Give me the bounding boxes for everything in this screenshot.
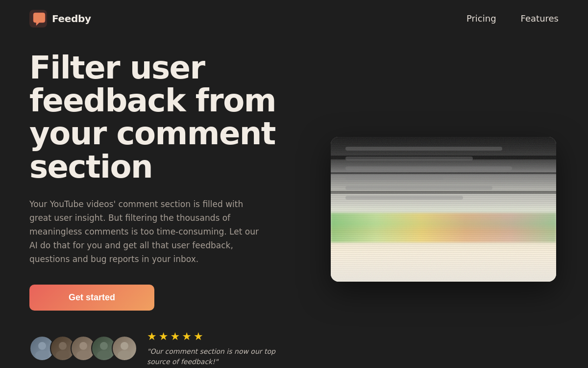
hero-title: Filter user feedback from your comment s… — [29, 52, 299, 184]
logo-text: Feedby — [52, 13, 91, 25]
svg-rect-12 — [345, 157, 473, 160]
social-proof: ★ ★ ★ ★ ★ "Our comment section is now ou… — [29, 330, 299, 367]
star-1: ★ — [147, 330, 157, 342]
svg-rect-16 — [345, 196, 463, 200]
hero-content: Filter user feedback from your comment s… — [29, 52, 299, 367]
hero-section: Filter user feedback from your comment s… — [0, 52, 588, 367]
svg-rect-14 — [345, 176, 443, 180]
star-2: ★ — [159, 330, 169, 342]
svg-point-8 — [97, 350, 111, 358]
logo[interactable]: Feedby — [29, 10, 91, 27]
cta-button[interactable]: Get started — [29, 285, 154, 311]
hero-image-container — [328, 137, 559, 282]
svg-point-5 — [79, 342, 87, 350]
svg-point-2 — [35, 350, 49, 358]
star-rating: ★ ★ ★ ★ ★ — [147, 330, 299, 342]
svg-point-6 — [76, 350, 90, 358]
testimonial-text: "Our comment section is now our top sour… — [147, 346, 299, 367]
navbar: Feedby Pricing Features — [0, 0, 588, 37]
svg-rect-15 — [345, 186, 492, 190]
svg-point-10 — [118, 350, 131, 358]
hero-image-card — [331, 137, 556, 282]
nav-link-features[interactable]: Features — [521, 13, 559, 24]
logo-icon — [29, 10, 47, 27]
svg-point-1 — [38, 342, 46, 350]
star-4: ★ — [182, 330, 192, 342]
nav-link-pricing[interactable]: Pricing — [466, 13, 496, 24]
glitch-text-overlay — [345, 147, 532, 206]
nav-links: Pricing Features — [466, 13, 559, 24]
avatar-group — [29, 336, 137, 361]
svg-point-9 — [121, 342, 128, 350]
svg-point-7 — [100, 342, 108, 350]
svg-point-3 — [59, 342, 67, 350]
svg-rect-13 — [345, 166, 512, 170]
svg-point-4 — [56, 350, 70, 358]
testimonial: ★ ★ ★ ★ ★ "Our comment section is now ou… — [147, 330, 299, 367]
star-5: ★ — [194, 330, 203, 342]
star-3: ★ — [170, 330, 180, 342]
hero-description: Your YouTube videos' comment section is … — [29, 197, 265, 266]
svg-rect-11 — [345, 147, 502, 151]
avatar — [112, 336, 137, 361]
